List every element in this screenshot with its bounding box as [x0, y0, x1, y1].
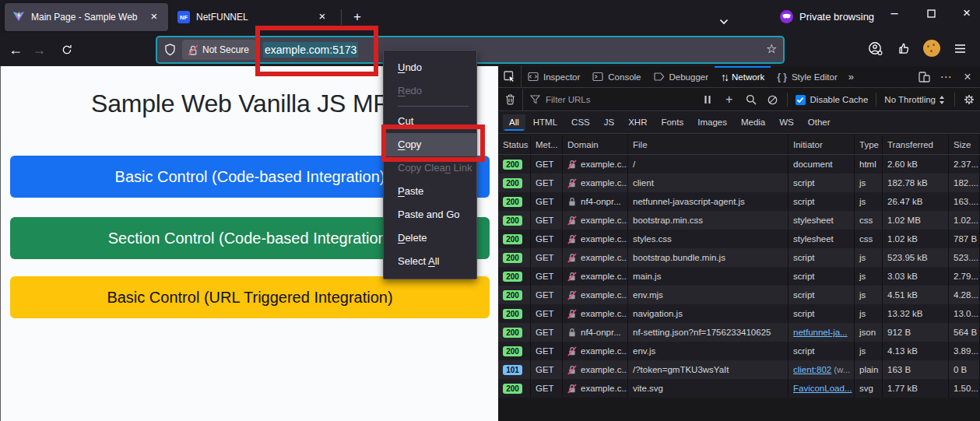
back-button[interactable]: ← — [5, 39, 26, 61]
request-row[interactable]: 200GETexample.c...env.jsscriptjs4.13 kB3… — [498, 342, 980, 360]
file-label: vite.svg — [633, 384, 663, 393]
search-icon[interactable] — [740, 90, 762, 109]
column-header-transferred[interactable]: Transferred — [883, 135, 949, 154]
devtools-tab-network[interactable]: ↑↓Network — [715, 66, 771, 87]
initiator-link[interactable]: FaviconLoad... — [793, 384, 852, 393]
filter-chip-media[interactable]: Media — [735, 114, 771, 131]
filter-chip-html[interactable]: HTML — [527, 114, 564, 131]
devtools-tab-inspector[interactable]: Inspector — [522, 66, 586, 87]
network-table-body: 200GETexample.c.../documenthtml2.60 kB2.… — [498, 155, 980, 398]
initiator-link[interactable]: netfunnel-ja... — [793, 328, 848, 337]
menu-item-paste-and-go[interactable]: Paste and Go — [384, 203, 476, 226]
filter-chip-css[interactable]: CSS — [565, 114, 596, 131]
menu-item-select-all[interactable]: Select All — [384, 250, 476, 273]
menu-item-redo[interactable]: Redo — [384, 79, 476, 103]
pause-icon[interactable] — [697, 90, 718, 109]
type-label: css — [859, 234, 873, 244]
column-header-type[interactable]: Type — [855, 135, 883, 154]
devtools-tab-style-editor[interactable]: { }Style Editor — [771, 66, 844, 87]
method-label: GET — [536, 253, 554, 262]
devtools-meatball-menu-icon[interactable]: ⋯ — [936, 68, 955, 86]
devtools-close-icon[interactable]: × — [958, 68, 977, 86]
request-type-filters: AllHTMLCSSJSXHRFontsImagesMediaWSOther — [498, 112, 980, 134]
filter-urls-input[interactable]: Filter URLs — [523, 95, 591, 104]
size-label: 0 B — [954, 365, 967, 374]
request-row[interactable]: 200GETnf4-onpr...netfunnel-javascript-ag… — [498, 192, 980, 211]
status-badge: 200 — [503, 178, 522, 188]
menu-item-delete[interactable]: Delete — [384, 226, 476, 250]
menu-item-copy[interactable]: Copy — [384, 133, 476, 156]
network-settings-gear-icon[interactable] — [958, 90, 980, 109]
window-close-button[interactable]: × — [954, 0, 980, 26]
account-icon[interactable] — [866, 39, 884, 58]
window-maximize-button[interactable] — [918, 0, 944, 26]
transferred-label: 26.47 kB — [887, 197, 922, 206]
filter-chip-fonts[interactable]: Fonts — [655, 114, 690, 131]
filter-chip-xhr[interactable]: XHR — [622, 114, 653, 131]
list-all-tabs-chevron-icon[interactable] — [719, 14, 729, 28]
request-row[interactable]: 200GETexample.c...main.jsscriptjs3.03 kB… — [498, 267, 980, 286]
clear-requests-trash-icon[interactable] — [498, 89, 523, 111]
devtools-tab-debugger[interactable]: Debugger — [648, 66, 715, 87]
tab-close-icon[interactable]: × — [146, 9, 162, 25]
domain-label: example.c... — [581, 309, 628, 318]
block-icon[interactable] — [762, 90, 784, 109]
size-label: 13.0... — [954, 309, 978, 318]
column-header-size[interactable]: Size — [949, 135, 980, 154]
request-row[interactable]: 200GETexample.c.../documenthtml2.60 kB2.… — [498, 155, 980, 174]
window-minimize-button[interactable]: – — [881, 0, 908, 26]
column-header-file[interactable]: File — [628, 135, 789, 154]
request-row[interactable]: 200GETexample.c...env.mjsscriptjs4.51 kB… — [498, 286, 980, 304]
filter-chip-ws[interactable]: WS — [773, 114, 800, 131]
extension-icon[interactable] — [894, 39, 913, 58]
request-row[interactable]: 200GETexample.c...bootstrap.bundle.min.j… — [498, 248, 980, 267]
browser-tab-main-page[interactable]: Main Page - Sample Web × — [5, 3, 168, 31]
pick-element-icon[interactable] — [498, 66, 522, 87]
request-row[interactable]: 200GETexample.c...clientscriptjs182.78 k… — [498, 174, 980, 192]
reload-button[interactable] — [56, 39, 78, 61]
throttling-dropdown[interactable]: No Throttling — [880, 95, 951, 105]
request-row[interactable]: 101GETexample.c.../?token=gmTKU3wsYaItcl… — [498, 360, 980, 379]
profile-avatar[interactable] — [923, 40, 940, 57]
new-tab-button[interactable]: + — [349, 9, 366, 26]
devtools-tab-console[interactable]: Console — [586, 66, 647, 87]
request-row[interactable]: 200GETnf4-onpr...nf-setting.json?nf=1756… — [498, 323, 980, 342]
basic-control-url-button[interactable]: Basic Control (URL Triggered Integration… — [10, 276, 490, 318]
forward-button[interactable]: → — [28, 39, 50, 61]
request-row[interactable]: 200GETexample.c...styles.cssstylesheetcs… — [498, 230, 980, 248]
add-icon[interactable]: + — [718, 90, 740, 109]
responsive-design-mode-icon[interactable] — [915, 68, 933, 86]
status-badge: 200 — [503, 346, 522, 356]
menu-item-copy-clean-link[interactable]: Copy Clean Link — [384, 156, 476, 180]
request-row[interactable]: 200GETexample.c...bootstrap.min.cssstyle… — [498, 211, 980, 230]
size-label: 1.02... — [954, 216, 978, 225]
url-input-selected-text[interactable]: example.com:5173 — [263, 42, 358, 58]
request-row[interactable]: 200GETexample.c...navigation.jsscriptjs1… — [498, 304, 980, 323]
column-header-initiator[interactable]: Initiator — [789, 135, 855, 154]
menu-item-undo[interactable]: Undo — [384, 56, 476, 79]
disable-cache-checkbox[interactable]: Disable Cache — [791, 95, 873, 105]
domain-label: nf4-onpr... — [581, 328, 621, 337]
menu-item-cut[interactable]: Cut — [384, 110, 476, 133]
initiator-link[interactable]: client:802 — [793, 365, 831, 374]
menu-hamburger-icon[interactable] — [950, 39, 969, 58]
filter-chip-images[interactable]: Images — [691, 114, 733, 131]
column-header-status[interactable]: Status — [498, 135, 531, 154]
tab-close-icon[interactable]: × — [314, 9, 330, 25]
filter-chip-js[interactable]: JS — [598, 114, 620, 131]
bookmark-star-icon[interactable]: ☆ — [766, 41, 777, 56]
more-tabs-chevrons-icon[interactable]: » — [844, 66, 859, 87]
filter-chip-all[interactable]: All — [503, 114, 525, 131]
filter-chip-other[interactable]: Other — [802, 114, 837, 131]
request-row[interactable]: 200GETexample.c...vite.svgFaviconLoad...… — [498, 379, 980, 398]
initiator-label: script — [793, 272, 814, 281]
menu-item-paste[interactable]: Paste — [384, 180, 476, 203]
shield-icon[interactable] — [164, 44, 176, 56]
devtools-tab-label: Inspector — [543, 72, 580, 82]
devtools-tab-label: Network — [732, 72, 764, 82]
column-header-domain[interactable]: Domain — [563, 135, 628, 154]
site-identity-box[interactable]: Not Secure — [182, 40, 256, 60]
browser-tab-netfunnel[interactable]: NF NetFUNNEL × — [170, 3, 336, 31]
column-header-met[interactable]: Met... — [531, 135, 563, 154]
initiator-label: script — [793, 178, 814, 188]
